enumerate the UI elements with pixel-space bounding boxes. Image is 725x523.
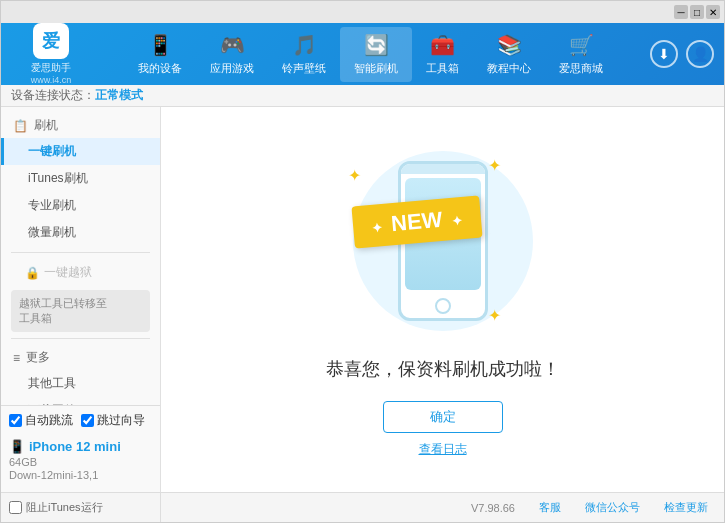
sidebar-item-micro-flash[interactable]: 微量刷机: [1, 219, 160, 246]
device-info: 📱 iPhone 12 mini 64GB Down-12mini-13,1: [9, 435, 152, 486]
check-update-link[interactable]: 检查更新: [664, 500, 708, 515]
main-content: ✦ ✦ ✦ ✦ NEW ✦ 恭喜您，保资料刷机成功啦！ 确定: [161, 107, 724, 492]
nav-toolbox-label: 工具箱: [426, 61, 459, 76]
stop-itunes-label: 阻止iTunes运行: [26, 500, 103, 515]
sidebar-section-more-title: ≡ 更多: [1, 345, 160, 370]
daily-log-link[interactable]: 查看日志: [419, 441, 467, 458]
stop-itunes-checkbox[interactable]: [9, 501, 22, 514]
bottom-right-status: V7.98.66 客服 微信公众号 检查更新: [161, 500, 724, 515]
sidebar: 📋 刷机 一键刷机 iTunes刷机 专业刷机 微量刷机: [1, 107, 160, 405]
bottom-status-bar: 阻止iTunes运行 V7.98.66 客服 微信公众号 检查更新: [1, 492, 724, 522]
nav-tutorials[interactable]: 📚 教程中心: [473, 27, 545, 82]
app-window: ─ □ ✕ 爱 爱思助手 www.i4.cn 📱 我的设备 🎮 应用游戏: [0, 0, 725, 523]
maximize-button[interactable]: □: [690, 5, 704, 19]
flash-section-icon: 📋: [13, 119, 28, 133]
device-panel: 自动跳流 跳过向导 📱 iPhone 12 mini 64GB Down-12m…: [1, 405, 160, 492]
sidebar-item-download-fw[interactable]: 下载固件: [1, 397, 160, 405]
logo-text: 爱思助手 www.i4.cn: [31, 61, 72, 85]
device-model: Down-12mini-13,1: [9, 469, 152, 481]
nav-tutorials-label: 教程中心: [487, 61, 531, 76]
device-name: 📱 iPhone 12 mini: [9, 439, 152, 454]
nav-bar: 📱 我的设备 🎮 应用游戏 🎵 铃声壁纸 🔄 智能刷机 🧰 工具箱 📚: [91, 27, 650, 82]
nav-ringtones-label: 铃声壁纸: [282, 61, 326, 76]
flash-icon: 🔄: [364, 33, 389, 57]
more-section-icon: ≡: [13, 351, 20, 365]
apps-icon: 🎮: [220, 33, 245, 57]
skip-wizard-label[interactable]: 跳过向导: [81, 412, 145, 429]
success-message: 恭喜您，保资料刷机成功啦！: [326, 357, 560, 381]
sidebar-section-flash-title: 📋 刷机: [1, 113, 160, 138]
nav-smart-flash[interactable]: 🔄 智能刷机: [340, 27, 412, 82]
nav-my-device[interactable]: 📱 我的设备: [124, 27, 196, 82]
sidebar-divider-2: [11, 338, 150, 339]
toolbox-icon: 🧰: [430, 33, 455, 57]
header-right: ⬇ 👤: [650, 40, 714, 68]
logo: 爱 爱思助手 www.i4.cn: [11, 23, 91, 85]
service-link[interactable]: 客服: [539, 500, 561, 515]
phone-home-button: [435, 298, 451, 314]
sidebar-section-more: ≡ 更多 其他工具 下载固件 高级功能: [1, 345, 160, 405]
close-button[interactable]: ✕: [706, 5, 720, 19]
star3-icon: ✦: [488, 306, 501, 325]
auto-jump-label[interactable]: 自动跳流: [9, 412, 73, 429]
version-label: V7.98.66: [471, 502, 515, 514]
nav-my-device-label: 我的设备: [138, 61, 182, 76]
nav-apps-games[interactable]: 🎮 应用游戏: [196, 27, 268, 82]
header: 爱 爱思助手 www.i4.cn 📱 我的设备 🎮 应用游戏 🎵 铃声壁纸 🔄: [1, 23, 724, 85]
wechat-link[interactable]: 微信公众号: [585, 500, 640, 515]
title-bar: ─ □ ✕: [1, 1, 724, 23]
status-prefix: 设备连接状态：: [11, 87, 95, 104]
device-icon: 📱: [9, 439, 25, 454]
status-bar: 设备连接状态： 正常模式: [1, 85, 724, 107]
sidebar-jailbreak-disabled: 🔒 一键越狱: [1, 259, 160, 286]
auto-jump-checkbox[interactable]: [9, 414, 22, 427]
nav-flash-label: 智能刷机: [354, 61, 398, 76]
checkbox-row: 自动跳流 跳过向导: [9, 412, 152, 429]
lock-icon: 🔒: [25, 266, 40, 280]
stop-itunes-panel: 阻止iTunes运行: [1, 493, 161, 522]
nav-mall[interactable]: 🛒 爱思商城: [545, 27, 617, 82]
device-icon: 📱: [148, 33, 173, 57]
logo-icon: 爱: [33, 23, 69, 59]
tutorials-icon: 📚: [497, 33, 522, 57]
sidebar-item-itunes-flash[interactable]: iTunes刷机: [1, 165, 160, 192]
sidebar-item-other-tools[interactable]: 其他工具: [1, 370, 160, 397]
star1-icon: ✦: [348, 166, 361, 185]
user-button[interactable]: 👤: [686, 40, 714, 68]
sidebar-item-one-click-flash[interactable]: 一键刷机: [1, 138, 160, 165]
mall-icon: 🛒: [569, 33, 594, 57]
sidebar-divider-1: [11, 252, 150, 253]
left-panel: 📋 刷机 一键刷机 iTunes刷机 专业刷机 微量刷机: [1, 107, 161, 492]
sidebar-item-pro-flash[interactable]: 专业刷机: [1, 192, 160, 219]
star2-icon: ✦: [488, 156, 501, 175]
nav-apps-label: 应用游戏: [210, 61, 254, 76]
sidebar-jailbreak-info: 越狱工具已转移至 工具箱: [11, 290, 150, 332]
minimize-button[interactable]: ─: [674, 5, 688, 19]
status-value: 正常模式: [95, 87, 143, 104]
middle-section: 📋 刷机 一键刷机 iTunes刷机 专业刷机 微量刷机: [1, 107, 724, 492]
device-storage: 64GB: [9, 456, 152, 468]
nav-mall-label: 爱思商城: [559, 61, 603, 76]
sidebar-section-flash: 📋 刷机 一键刷机 iTunes刷机 专业刷机 微量刷机: [1, 113, 160, 246]
nav-toolbox[interactable]: 🧰 工具箱: [412, 27, 473, 82]
download-button[interactable]: ⬇: [650, 40, 678, 68]
nav-ringtones[interactable]: 🎵 铃声壁纸: [268, 27, 340, 82]
phone-illustration: ✦ ✦ ✦ ✦ NEW ✦: [333, 141, 553, 341]
confirm-button[interactable]: 确定: [383, 401, 503, 433]
skip-wizard-checkbox[interactable]: [81, 414, 94, 427]
ringtones-icon: 🎵: [292, 33, 317, 57]
